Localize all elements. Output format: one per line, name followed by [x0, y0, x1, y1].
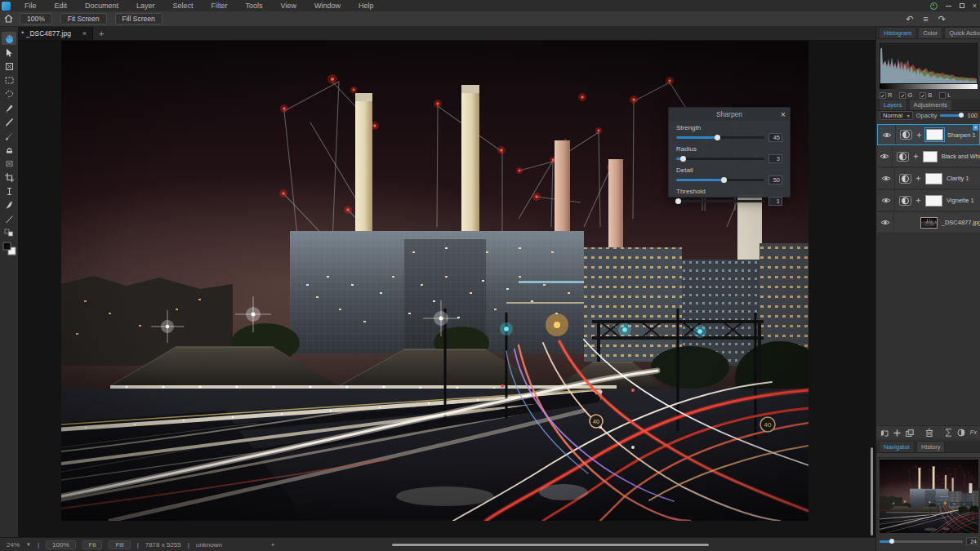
document-tab[interactable]: * _DSC4877.jpg ×	[18, 27, 93, 40]
radius-value[interactable]: 3	[768, 154, 782, 163]
strength-slider[interactable]	[676, 136, 764, 139]
move-tool[interactable]	[2, 46, 16, 59]
zoom-caret-icon[interactable]: ▼	[26, 542, 31, 547]
undo-button[interactable]: ↶	[906, 12, 913, 25]
strength-value[interactable]: 45	[768, 133, 782, 142]
fx-icon[interactable]: Fx	[970, 429, 977, 436]
marquee-select-tool[interactable]	[2, 73, 16, 87]
layer-row-image[interactable]: _DSC4877.jpg	[877, 212, 980, 233]
zoom-level[interactable]: 24%	[7, 541, 20, 549]
layer-name[interactable]: Clarity 1	[947, 175, 969, 182]
adjustment-layer-icon[interactable]	[900, 130, 912, 140]
status-add-icon[interactable]: +	[271, 541, 275, 549]
opacity-slider[interactable]	[940, 114, 964, 117]
tab-histogram[interactable]: Histogram	[879, 27, 916, 38]
tab-history[interactable]: History	[916, 441, 945, 452]
status-fill-button[interactable]: Fill	[109, 540, 130, 549]
duplicate-layer-icon[interactable]	[906, 425, 914, 440]
tab-navigator[interactable]: Navigator	[879, 441, 915, 452]
visibility-eye-icon[interactable]	[877, 146, 893, 167]
clone-stamp-tool[interactable]	[2, 143, 16, 156]
sharpen-close-icon[interactable]: ×	[777, 110, 790, 119]
swatch-toggle[interactable]	[2, 226, 16, 239]
menu-help[interactable]: Help	[350, 2, 383, 10]
horizontal-scrollbar[interactable]	[392, 544, 709, 546]
visibility-eye-icon[interactable]	[877, 168, 895, 189]
layer-name[interactable]: Sharpen 1	[947, 131, 976, 139]
layer-row-clarity[interactable]: Clarity 1	[877, 168, 980, 189]
adjustment-layer-icon[interactable]	[899, 196, 911, 206]
channel-r[interactable]: ✓ R	[880, 91, 892, 99]
status-fit-button[interactable]: Fit	[82, 540, 103, 549]
detail-slider[interactable]	[676, 179, 764, 181]
strength-slider-knob[interactable]	[715, 135, 720, 140]
navigator-thumbnail[interactable]	[880, 460, 978, 533]
adjustment-layer-button-icon[interactable]	[957, 425, 965, 440]
checkbox-b[interactable]: ✓	[920, 92, 926, 99]
blend-mode-dropdown[interactable]: Normal▾	[880, 111, 913, 120]
add-layer-icon[interactable]	[893, 425, 901, 440]
menu-filter[interactable]: Filter	[203, 2, 237, 10]
channel-g[interactable]: ✓ G	[899, 91, 912, 99]
channel-l[interactable]: L	[939, 91, 951, 99]
layer-name[interactable]: Vignette 1	[947, 197, 974, 204]
zoom-100-button[interactable]: 100%	[20, 13, 52, 24]
layer-thumbnail[interactable]	[925, 173, 942, 184]
checkbox-g[interactable]: ✓	[899, 92, 906, 99]
toolbar-menu-button[interactable]: ≡	[923, 12, 928, 25]
view-tool[interactable]	[2, 32, 16, 45]
layer-options-icon[interactable]	[880, 425, 889, 440]
layer-row-sharpen[interactable]: Sharpen 1 ×	[877, 124, 980, 145]
threshold-slider[interactable]	[676, 200, 764, 202]
close-window-button[interactable]: ×	[973, 0, 977, 11]
layer-thumbnail[interactable]	[926, 129, 943, 140]
sharpen-dialog-titlebar[interactable]: Sharpen ×	[669, 108, 790, 121]
brush-tool[interactable]	[2, 129, 16, 142]
color-swatches[interactable]	[2, 240, 16, 256]
channel-b[interactable]: ✓ B	[920, 91, 932, 99]
threshold-value[interactable]: 1	[768, 197, 782, 206]
navigator-zoom-slider[interactable]	[880, 540, 963, 543]
visibility-eye-icon[interactable]	[877, 212, 894, 233]
layer-row-black-and-white[interactable]: Black and Whit...	[877, 146, 980, 167]
minimize-button[interactable]	[946, 6, 951, 7]
vertical-scrollbar[interactable]	[871, 447, 873, 535]
layer-row-vignette[interactable]: Vignette 1	[877, 190, 980, 211]
gradient-tool[interactable]	[2, 212, 16, 225]
layer-name[interactable]: _DSC4877.jpg	[942, 219, 980, 226]
layer-thumbnail-image[interactable]	[920, 217, 937, 229]
radius-slider[interactable]	[676, 158, 764, 160]
redo-button[interactable]: ↷	[938, 12, 946, 25]
menu-tools[interactable]: Tools	[237, 2, 272, 10]
layer-thumbnail[interactable]	[925, 195, 942, 207]
fill-screen-button[interactable]: Fill Screen	[115, 13, 163, 24]
menu-view[interactable]: View	[272, 2, 305, 10]
tab-color[interactable]: Color	[918, 27, 942, 38]
status-zoom-100-button[interactable]: 100%	[46, 540, 75, 549]
navigator-zoom-knob[interactable]	[889, 539, 894, 544]
dodge-burn-tool[interactable]	[2, 157, 16, 170]
text-tool[interactable]	[2, 184, 16, 198]
fit-screen-button[interactable]: Fit Screen	[60, 13, 107, 24]
opacity-knob[interactable]	[959, 113, 964, 118]
adjustment-layer-icon[interactable]	[899, 174, 911, 184]
layer-name[interactable]: Black and Whit...	[942, 153, 980, 160]
menu-select[interactable]: Select	[164, 2, 203, 10]
navigator-zoom-value[interactable]: 24	[966, 537, 978, 545]
delete-layer-icon[interactable]	[926, 425, 933, 440]
lasso-tool[interactable]	[2, 87, 16, 100]
visibility-eye-icon[interactable]	[877, 190, 895, 211]
layer-thumbnail[interactable]	[923, 151, 938, 162]
new-tab-button[interactable]: +	[93, 29, 109, 38]
checkbox-r[interactable]: ✓	[880, 92, 886, 99]
vector-brush-tool[interactable]	[2, 198, 16, 211]
threshold-slider-knob[interactable]	[675, 198, 681, 204]
maximize-button[interactable]	[960, 3, 964, 8]
tab-close-icon[interactable]: ×	[80, 29, 89, 38]
menu-edit[interactable]: Edit	[46, 2, 77, 10]
mask-layer-icon[interactable]	[945, 425, 952, 440]
menu-window[interactable]: Window	[305, 2, 350, 10]
selection-brush-tool[interactable]	[2, 101, 16, 114]
layer-selected-badge[interactable]: ×	[973, 125, 978, 131]
pencil-tool[interactable]	[2, 115, 16, 128]
